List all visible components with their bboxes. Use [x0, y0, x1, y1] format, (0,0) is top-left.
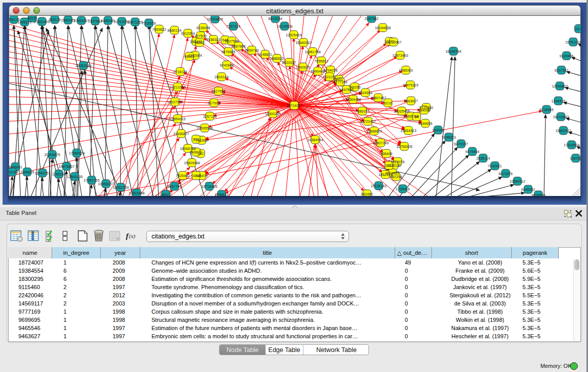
svg-text:8471676: 8471676	[498, 172, 512, 176]
svg-text:20691406: 20691406	[34, 20, 50, 24]
svg-text:1527602: 1527602	[88, 19, 102, 23]
svg-text:12505135: 12505135	[67, 175, 82, 179]
svg-text:9245052: 9245052	[521, 188, 535, 191]
svg-text:7485003: 7485003	[399, 69, 412, 72]
svg-text:6216: 6216	[384, 101, 392, 105]
svg-text:10958107: 10958107	[98, 182, 114, 186]
svg-text:19654915: 19654915	[169, 117, 185, 121]
svg-text:8815061: 8815061	[9, 165, 23, 169]
svg-text:10654112: 10654112	[510, 180, 526, 183]
svg-text:8186323: 8186323	[206, 38, 220, 41]
svg-text:19166827: 19166827	[173, 132, 189, 136]
svg-text:1733426: 1733426	[396, 187, 409, 191]
svg-text:8822037: 8822037	[282, 61, 296, 64]
svg-text:11174: 11174	[574, 27, 581, 31]
svg-text:8215955: 8215955	[539, 108, 553, 112]
svg-text:16046788: 16046788	[180, 147, 195, 150]
svg-text:8990448: 8990448	[311, 70, 324, 73]
svg-text:917006: 917006	[208, 101, 220, 105]
svg-text:852: 852	[193, 138, 199, 141]
svg-text:10671355: 10671355	[127, 20, 143, 24]
svg-text:6466160: 6466160	[101, 19, 115, 23]
svg-text:10807487: 10807487	[370, 96, 386, 100]
svg-text:16782759: 16782759	[113, 186, 128, 189]
svg-text:12213967: 12213967	[385, 40, 401, 44]
svg-text:1362615: 1362615	[296, 65, 310, 69]
svg-text:9327508: 9327508	[225, 39, 238, 43]
svg-text:6794028: 6794028	[323, 69, 337, 72]
svg-text:19384554: 19384554	[307, 138, 323, 142]
svg-text:16154838: 16154838	[375, 26, 390, 30]
svg-text:2087682: 2087682	[364, 17, 378, 20]
svg-text:15716485: 15716485	[201, 185, 217, 188]
svg-text:13325419: 13325419	[286, 33, 301, 37]
svg-text:3824554: 3824554	[358, 91, 372, 95]
svg-text:12942757: 12942757	[34, 171, 50, 175]
svg-text:10033809: 10033809	[207, 17, 223, 21]
svg-text:(x): (x)	[129, 233, 136, 239]
svg-text:1588520: 1588520	[270, 57, 284, 60]
svg-text:9474444: 9474444	[465, 150, 479, 154]
svg-text:19218506: 19218506	[276, 25, 292, 28]
svg-text:20364436: 20364436	[345, 98, 361, 101]
svg-text:9463627: 9463627	[404, 99, 418, 103]
svg-text:3267110: 3267110	[203, 115, 217, 118]
svg-text:16648784: 16648784	[445, 50, 461, 53]
svg-text:1612: 1612	[385, 164, 393, 167]
svg-text:19975867: 19975867	[58, 165, 74, 168]
svg-text:15640910: 15640910	[295, 41, 311, 45]
svg-text:98361: 98361	[184, 55, 194, 58]
svg-text:9657791: 9657791	[167, 185, 181, 188]
svg-text:1692: 1692	[192, 174, 200, 178]
svg-text:12975115: 12975115	[403, 83, 419, 87]
svg-text:15751074: 15751074	[565, 40, 581, 44]
svg-text:116753: 116753	[570, 157, 581, 160]
svg-text:15720407: 15720407	[360, 120, 376, 123]
svg-text:20206575: 20206575	[44, 153, 60, 157]
svg-text:1852419: 1852419	[378, 173, 392, 177]
svg-text:13535594: 13535594	[197, 126, 212, 130]
svg-text:12093822: 12093822	[552, 84, 568, 88]
svg-text:5938923: 5938923	[442, 136, 455, 139]
svg-text:2935114: 2935114	[476, 157, 490, 160]
svg-text:10025458: 10025458	[394, 110, 409, 113]
svg-text:3226058: 3226058	[196, 26, 210, 30]
svg-text:9227342: 9227342	[554, 69, 568, 72]
svg-text:8454749: 8454749	[245, 49, 258, 52]
svg-text:3875685: 3875685	[221, 50, 235, 54]
svg-text:8427552: 8427552	[211, 90, 225, 93]
svg-text:982450: 982450	[361, 192, 373, 196]
svg-text:10756928: 10756928	[396, 145, 412, 148]
svg-text:9699695: 9699695	[418, 122, 432, 125]
svg-text:6497568: 6497568	[339, 88, 353, 92]
svg-text:17957255: 17957255	[83, 179, 99, 182]
svg-text:391159: 391159	[9, 170, 18, 174]
svg-text:9777169: 9777169	[333, 80, 347, 84]
svg-text:96120: 96120	[27, 16, 37, 20]
svg-text:10688609: 10688609	[366, 129, 382, 133]
svg-text:12923446: 12923446	[128, 191, 144, 195]
svg-text:154099: 154099	[418, 108, 430, 112]
svg-text:98362: 98362	[194, 41, 205, 45]
svg-text:427503: 427503	[194, 34, 206, 38]
svg-text:7955812: 7955812	[314, 59, 328, 63]
svg-text:1244415: 1244415	[551, 99, 565, 103]
svg-text:7663822: 7663822	[152, 28, 166, 31]
svg-text:19654923: 19654923	[400, 129, 416, 133]
svg-text:9146821: 9146821	[258, 53, 272, 56]
svg-text:15409948: 15409948	[184, 161, 200, 165]
svg-text:8813054: 8813054	[268, 17, 282, 20]
svg-text:549822: 549822	[190, 150, 202, 154]
svg-text:7515526: 7515526	[142, 21, 156, 25]
svg-text:15692971: 15692971	[555, 129, 571, 133]
svg-text:3912954: 3912954	[181, 32, 194, 35]
svg-text:18807249: 18807249	[373, 141, 388, 145]
svg-text:17016504: 17016504	[563, 143, 579, 147]
svg-text:15136141: 15136141	[371, 184, 386, 188]
svg-text:7632621: 7632621	[488, 164, 502, 168]
svg-text:18300295: 18300295	[265, 112, 280, 116]
svg-text:16210643: 16210643	[553, 115, 569, 119]
svg-text:164095: 164095	[432, 128, 444, 132]
svg-text:9329966: 9329966	[559, 54, 573, 58]
svg-text:8660124: 8660124	[167, 29, 181, 32]
